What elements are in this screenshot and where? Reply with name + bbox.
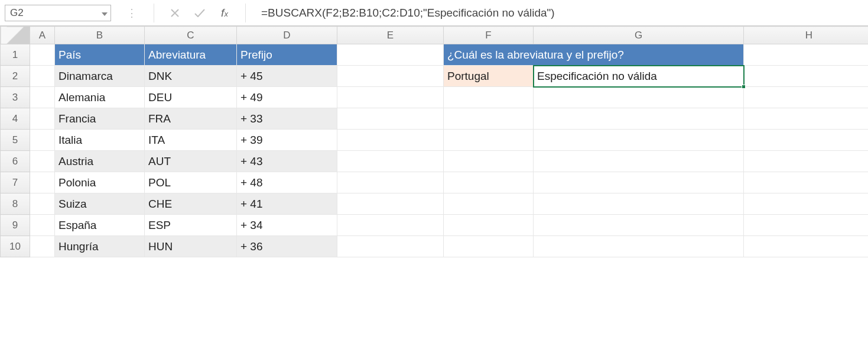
cell-A10[interactable] xyxy=(30,236,55,257)
col-header-B[interactable]: B xyxy=(55,27,145,44)
cell-F4[interactable] xyxy=(444,108,534,130)
cell-A3[interactable] xyxy=(30,87,55,108)
cell-H5[interactable] xyxy=(744,130,869,151)
cell-E5[interactable] xyxy=(337,130,444,151)
cell-D5[interactable]: + 39 xyxy=(237,130,337,151)
col-header-A[interactable]: A xyxy=(30,27,55,44)
formula-input[interactable] xyxy=(254,5,863,21)
cell-E2[interactable] xyxy=(337,66,444,87)
cell-F1[interactable]: ¿Cuál es la abreviatura y el prefijo? xyxy=(444,44,744,66)
cell-E1[interactable] xyxy=(337,44,444,66)
col-header-H[interactable]: H xyxy=(744,27,869,44)
cell-G9[interactable] xyxy=(534,215,744,236)
spreadsheet-grid[interactable]: A B C D E F G H 1 País Abreviatura Prefi… xyxy=(0,26,868,257)
cell-E4[interactable] xyxy=(337,108,444,130)
cell-H3[interactable] xyxy=(744,87,869,108)
cell-H7[interactable] xyxy=(744,172,869,193)
col-header-D[interactable]: D xyxy=(237,27,337,44)
cell-D8[interactable]: + 41 xyxy=(237,193,337,215)
cell-E3[interactable] xyxy=(337,87,444,108)
cell-B1[interactable]: País xyxy=(55,44,145,66)
cell-F6[interactable] xyxy=(444,151,534,172)
cell-H8[interactable] xyxy=(744,193,869,215)
cell-C6[interactable]: AUT xyxy=(145,151,237,172)
cell-B3[interactable]: Alemania xyxy=(55,87,145,108)
row-header-3[interactable]: 3 xyxy=(1,87,30,108)
cell-F3[interactable] xyxy=(444,87,534,108)
row-header-6[interactable]: 6 xyxy=(1,151,30,172)
cell-F9[interactable] xyxy=(444,215,534,236)
row-header-5[interactable]: 5 xyxy=(1,130,30,151)
cell-G4[interactable] xyxy=(534,108,744,130)
cell-B10[interactable]: Hungría xyxy=(55,236,145,257)
cell-E8[interactable] xyxy=(337,193,444,215)
cell-C5[interactable]: ITA xyxy=(145,130,237,151)
cell-A8[interactable] xyxy=(30,193,55,215)
cell-D6[interactable]: + 43 xyxy=(237,151,337,172)
cell-B4[interactable]: Francia xyxy=(55,108,145,130)
cell-H1[interactable] xyxy=(744,44,869,66)
cell-G2[interactable]: Especificación no válida xyxy=(534,66,744,87)
col-header-E[interactable]: E xyxy=(337,27,444,44)
cancel-button[interactable] xyxy=(166,4,184,22)
cell-D4[interactable]: + 33 xyxy=(237,108,337,130)
cell-H4[interactable] xyxy=(744,108,869,130)
col-header-G[interactable]: G xyxy=(534,27,744,44)
cell-A4[interactable] xyxy=(30,108,55,130)
cell-A1[interactable] xyxy=(30,44,55,66)
cell-G7[interactable] xyxy=(534,172,744,193)
enter-button[interactable] xyxy=(191,4,209,22)
cell-G8[interactable] xyxy=(534,193,744,215)
cell-C3[interactable]: DEU xyxy=(145,87,237,108)
row-header-10[interactable]: 10 xyxy=(1,236,30,257)
cell-F5[interactable] xyxy=(444,130,534,151)
cell-D1[interactable]: Prefijo xyxy=(237,44,337,66)
cell-B8[interactable]: Suiza xyxy=(55,193,145,215)
cell-G10[interactable] xyxy=(534,236,744,257)
cell-G5[interactable] xyxy=(534,130,744,151)
cell-E9[interactable] xyxy=(337,215,444,236)
cell-G6[interactable] xyxy=(534,151,744,172)
cell-C1[interactable]: Abreviatura xyxy=(145,44,237,66)
cell-E10[interactable] xyxy=(337,236,444,257)
cell-B5[interactable]: Italia xyxy=(55,130,145,151)
cell-A7[interactable] xyxy=(30,172,55,193)
cell-C9[interactable]: ESP xyxy=(145,215,237,236)
cell-D9[interactable]: + 34 xyxy=(237,215,337,236)
row-header-9[interactable]: 9 xyxy=(1,215,30,236)
cell-C8[interactable]: CHE xyxy=(145,193,237,215)
name-box[interactable] xyxy=(5,5,111,21)
cell-H2[interactable] xyxy=(744,66,869,87)
cell-B2[interactable]: Dinamarca xyxy=(55,66,145,87)
row-header-4[interactable]: 4 xyxy=(1,108,30,130)
insert-function-button[interactable]: fx xyxy=(216,4,233,22)
row-header-1[interactable]: 1 xyxy=(1,44,30,66)
cell-A9[interactable] xyxy=(30,215,55,236)
row-header-2[interactable]: 2 xyxy=(1,66,30,87)
cell-F10[interactable] xyxy=(444,236,534,257)
col-header-F[interactable]: F xyxy=(444,27,534,44)
cell-B6[interactable]: Austria xyxy=(55,151,145,172)
cell-C7[interactable]: POL xyxy=(145,172,237,193)
select-all-corner[interactable] xyxy=(1,27,30,44)
cell-D2[interactable]: + 45 xyxy=(237,66,337,87)
cell-C10[interactable]: HUN xyxy=(145,236,237,257)
cell-B9[interactable]: España xyxy=(55,215,145,236)
cell-A5[interactable] xyxy=(30,130,55,151)
cell-G3[interactable] xyxy=(534,87,744,108)
cell-A6[interactable] xyxy=(30,151,55,172)
cell-F8[interactable] xyxy=(444,193,534,215)
row-header-8[interactable]: 8 xyxy=(1,193,30,215)
cell-H6[interactable] xyxy=(744,151,869,172)
cell-F7[interactable] xyxy=(444,172,534,193)
cell-B7[interactable]: Polonia xyxy=(55,172,145,193)
cell-C2[interactable]: DNK xyxy=(145,66,237,87)
cell-E7[interactable] xyxy=(337,172,444,193)
col-header-C[interactable]: C xyxy=(145,27,237,44)
cell-H10[interactable] xyxy=(744,236,869,257)
cell-D10[interactable]: + 36 xyxy=(237,236,337,257)
cell-D3[interactable]: + 49 xyxy=(237,87,337,108)
row-header-7[interactable]: 7 xyxy=(1,172,30,193)
cell-H9[interactable] xyxy=(744,215,869,236)
cell-F2[interactable]: Portugal xyxy=(444,66,534,87)
